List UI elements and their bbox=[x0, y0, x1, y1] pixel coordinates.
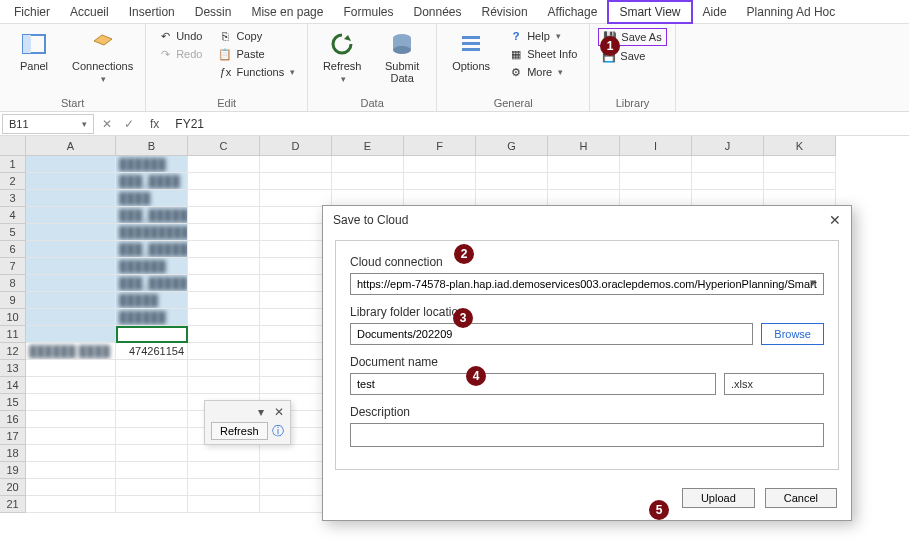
document-name-input[interactable] bbox=[350, 373, 716, 395]
row-header[interactable]: 16 bbox=[0, 411, 26, 428]
tab-insertion[interactable]: Insertion bbox=[119, 2, 185, 22]
browse-button[interactable]: Browse bbox=[761, 323, 824, 345]
description-input[interactable] bbox=[350, 423, 824, 447]
cell[interactable]: 474261154 bbox=[116, 343, 188, 360]
cell[interactable]: ███_█████ bbox=[116, 275, 188, 292]
row-header[interactable]: 10 bbox=[0, 309, 26, 326]
row-header[interactable]: 21 bbox=[0, 496, 26, 513]
more-button[interactable]: ⚙More▾ bbox=[505, 64, 581, 80]
col-header[interactable]: I bbox=[620, 136, 692, 156]
cancel-button[interactable]: Cancel bbox=[765, 488, 837, 508]
col-header[interactable]: A bbox=[26, 136, 116, 156]
cell[interactable] bbox=[116, 326, 188, 343]
cell[interactable] bbox=[26, 326, 116, 343]
cell[interactable]: ███_████ bbox=[116, 173, 188, 190]
cell[interactable] bbox=[188, 190, 260, 207]
col-header[interactable]: G bbox=[476, 136, 548, 156]
col-header[interactable]: H bbox=[548, 136, 620, 156]
cell[interactable] bbox=[26, 462, 116, 479]
cell[interactable] bbox=[188, 343, 260, 360]
cell[interactable] bbox=[764, 156, 836, 173]
cell[interactable] bbox=[188, 496, 260, 513]
cell[interactable] bbox=[116, 394, 188, 411]
functions-button[interactable]: ƒxFunctions▾ bbox=[214, 64, 299, 80]
cell[interactable] bbox=[548, 173, 620, 190]
copy-button[interactable]: ⎘Copy bbox=[214, 28, 299, 44]
cell[interactable]: ██████ ████ bbox=[26, 343, 116, 360]
float-refresh-button[interactable]: Refresh bbox=[211, 422, 268, 440]
cell[interactable] bbox=[620, 156, 692, 173]
cell[interactable] bbox=[188, 207, 260, 224]
paste-button[interactable]: 📋Paste bbox=[214, 46, 299, 62]
cell[interactable] bbox=[764, 173, 836, 190]
panel-button[interactable]: Panel bbox=[8, 28, 60, 74]
cell[interactable] bbox=[116, 377, 188, 394]
tab-fichier[interactable]: Fichier bbox=[4, 2, 60, 22]
cell[interactable] bbox=[26, 156, 116, 173]
row-header[interactable]: 8 bbox=[0, 275, 26, 292]
cell[interactable] bbox=[26, 394, 116, 411]
row-header[interactable]: 13 bbox=[0, 360, 26, 377]
cell[interactable]: ██████ bbox=[116, 156, 188, 173]
redo-button[interactable]: ↷Redo bbox=[154, 46, 206, 62]
cell[interactable] bbox=[116, 428, 188, 445]
cell[interactable] bbox=[260, 173, 332, 190]
cell[interactable]: █████ bbox=[116, 292, 188, 309]
options-button[interactable]: Options bbox=[445, 28, 497, 74]
chevron-down-icon[interactable]: ▾ bbox=[258, 405, 264, 419]
cell[interactable]: █████████ bbox=[116, 224, 188, 241]
cell[interactable] bbox=[188, 445, 260, 462]
cell[interactable] bbox=[332, 173, 404, 190]
col-header[interactable]: E bbox=[332, 136, 404, 156]
refresh-button[interactable]: Refresh ▾ bbox=[316, 28, 368, 86]
cell[interactable] bbox=[116, 496, 188, 513]
cell[interactable] bbox=[26, 173, 116, 190]
tab-dessin[interactable]: Dessin bbox=[185, 2, 242, 22]
cell[interactable] bbox=[692, 156, 764, 173]
cell[interactable] bbox=[116, 462, 188, 479]
row-header[interactable]: 3 bbox=[0, 190, 26, 207]
cell[interactable] bbox=[116, 360, 188, 377]
name-box[interactable]: B11 ▾ bbox=[2, 114, 94, 134]
dialog-close-button[interactable]: ✕ bbox=[829, 212, 841, 228]
cell[interactable] bbox=[26, 224, 116, 241]
tab-donnees[interactable]: Données bbox=[403, 2, 471, 22]
tab-accueil[interactable]: Accueil bbox=[60, 2, 119, 22]
cell[interactable] bbox=[188, 479, 260, 496]
cell[interactable] bbox=[26, 241, 116, 258]
row-header[interactable]: 4 bbox=[0, 207, 26, 224]
row-header[interactable]: 17 bbox=[0, 428, 26, 445]
formula-input[interactable]: FY21 bbox=[169, 115, 909, 133]
cell[interactable] bbox=[188, 360, 260, 377]
cell[interactable] bbox=[188, 241, 260, 258]
col-header[interactable]: D bbox=[260, 136, 332, 156]
cell[interactable] bbox=[620, 173, 692, 190]
row-header[interactable]: 19 bbox=[0, 462, 26, 479]
info-icon[interactable]: ⓘ bbox=[272, 423, 284, 440]
sheetinfo-button[interactable]: ▦Sheet Info bbox=[505, 46, 581, 62]
cell[interactable] bbox=[188, 258, 260, 275]
cell[interactable] bbox=[26, 496, 116, 513]
cell[interactable] bbox=[188, 173, 260, 190]
cell[interactable] bbox=[188, 292, 260, 309]
cell[interactable] bbox=[476, 173, 548, 190]
cell[interactable] bbox=[26, 258, 116, 275]
row-header[interactable]: 6 bbox=[0, 241, 26, 258]
cell[interactable]: ███_██████ bbox=[116, 207, 188, 224]
cell[interactable]: ███_██████ bbox=[116, 241, 188, 258]
tab-smartview[interactable]: Smart View bbox=[607, 0, 692, 24]
tab-revision[interactable]: Révision bbox=[472, 2, 538, 22]
tab-formules[interactable]: Formules bbox=[333, 2, 403, 22]
tab-affichage[interactable]: Affichage bbox=[538, 2, 608, 22]
cell[interactable] bbox=[260, 156, 332, 173]
cell[interactable] bbox=[26, 309, 116, 326]
cell[interactable] bbox=[26, 360, 116, 377]
cell[interactable] bbox=[404, 173, 476, 190]
row-header[interactable]: 1 bbox=[0, 156, 26, 173]
help-button[interactable]: ?Help▾ bbox=[505, 28, 581, 44]
cell[interactable] bbox=[188, 462, 260, 479]
tab-aide[interactable]: Aide bbox=[693, 2, 737, 22]
connections-button[interactable]: Connections ▾ bbox=[68, 28, 137, 86]
cell[interactable]: ████ bbox=[116, 190, 188, 207]
row-header[interactable]: 11 bbox=[0, 326, 26, 343]
